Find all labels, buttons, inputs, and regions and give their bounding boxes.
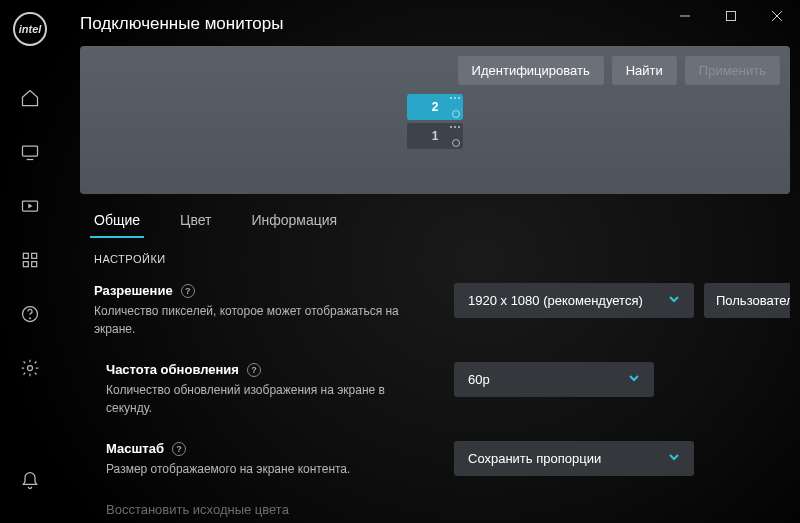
app-window: intel Подключенн [0,0,800,523]
refresh-value: 60p [468,372,490,387]
help-tooltip-icon[interactable]: ? [172,442,186,456]
svg-rect-11 [32,262,37,267]
refresh-desc: Количество обновлений изображения на экр… [106,381,416,417]
resolution-select[interactable]: 1920 x 1080 (рекомендуется) [454,283,694,318]
tab-general[interactable]: Общие [94,212,140,238]
chevron-down-icon [628,372,640,387]
monitor-layout[interactable]: 2 1 [407,94,463,149]
scale-title: Масштаб [106,441,164,456]
help-tooltip-icon[interactable]: ? [247,363,261,377]
apply-button: Применить [685,56,780,85]
restore-defaults-link[interactable]: Восстановить исходные цвета [94,502,790,517]
rail-nav [18,86,42,380]
identify-button[interactable]: Идентифицировать [458,56,604,85]
scale-desc: Размер отображаемого на экране контента. [106,460,416,478]
help-tooltip-icon[interactable]: ? [181,284,195,298]
help-icon[interactable] [18,302,42,326]
scale-select[interactable]: Сохранить пропорции [454,441,694,476]
intel-logo: intel [13,12,47,46]
panel-actions: Идентифицировать Найти Применить [458,56,780,85]
intel-mini-logo-icon [452,110,460,118]
intel-mini-logo-icon [452,139,460,147]
notifications-icon[interactable] [18,469,42,493]
tab-info[interactable]: Информация [251,212,337,238]
home-icon[interactable] [18,86,42,110]
svg-rect-8 [23,253,28,258]
svg-rect-9 [32,253,37,258]
monitor-2-label: 2 [432,100,439,114]
maximize-button[interactable] [708,0,754,32]
tab-color[interactable]: Цвет [180,212,211,238]
svg-rect-10 [23,262,28,267]
custom-resolution-button[interactable]: Пользователь [704,283,790,318]
resolution-value: 1920 x 1080 (рекомендуется) [468,293,643,308]
sidebar-rail: intel [0,0,60,523]
svg-point-14 [28,366,33,371]
settings-area: НАСТРОЙКИ Разрешение ? Количество пиксел… [80,239,790,517]
chevron-down-icon [668,293,680,308]
monitor-1-label: 1 [432,129,439,143]
svg-marker-7 [28,204,32,209]
video-icon[interactable] [18,194,42,218]
minimize-button[interactable] [662,0,708,32]
setting-refresh: Частота обновления ? Количество обновлен… [94,362,790,417]
main-content: Подключенные мониторы Идентифицировать Н… [60,0,800,523]
svg-point-13 [30,318,31,319]
tabs: Общие Цвет Информация [80,202,790,239]
svg-rect-4 [23,146,38,156]
settings-heading: НАСТРОЙКИ [94,253,790,265]
svg-rect-1 [727,12,736,21]
find-button[interactable]: Найти [612,56,677,85]
window-controls [662,0,800,32]
scale-value: Сохранить пропорции [468,451,601,466]
display-arrangement-panel: Идентифицировать Найти Применить 2 1 [80,46,790,194]
monitor-1[interactable]: 1 [407,123,463,149]
settings-icon[interactable] [18,356,42,380]
resolution-desc: Количество пикселей, которое может отобр… [94,302,404,338]
monitor-2[interactable]: 2 [407,94,463,120]
refresh-select[interactable]: 60p [454,362,654,397]
setting-scale: Масштаб ? Размер отображаемого на экране… [94,441,790,478]
chevron-down-icon [668,451,680,466]
display-icon[interactable] [18,140,42,164]
refresh-title: Частота обновления [106,362,239,377]
close-button[interactable] [754,0,800,32]
resolution-title: Разрешение [94,283,173,298]
apps-icon[interactable] [18,248,42,272]
setting-resolution: Разрешение ? Количество пикселей, которо… [94,283,790,338]
